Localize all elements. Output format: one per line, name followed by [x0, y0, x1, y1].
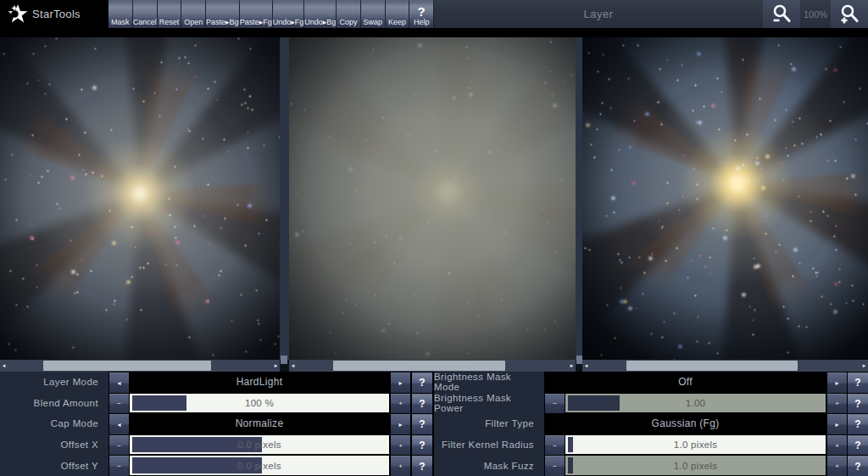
control-row-filter-kernel-radius: Filter Kernel Radius − 1.0 pixels + ?: [434, 434, 868, 456]
scroll-right-arrow-icon[interactable]: ▸: [568, 360, 576, 372]
blend-amount-plus-button[interactable]: +: [391, 394, 410, 414]
image-panels: [0, 37, 868, 360]
copy-button[interactable]: Copy: [337, 0, 361, 28]
offset-x-plus-button[interactable]: +: [391, 435, 410, 456]
paste-bg-button[interactable]: Paste▸Bg: [206, 0, 240, 28]
scroll-left-arrow-icon[interactable]: ◂: [582, 360, 590, 372]
cap-mode-help-button[interactable]: ?: [412, 414, 432, 434]
layer-mode-help-button[interactable]: ?: [412, 372, 432, 393]
startools-logo: StarTools: [0, 0, 108, 28]
controls-left-column: Layer Mode ◂ HardLight ▸ ? Blend Amount …: [0, 372, 432, 476]
help-icon: ?: [418, 6, 426, 18]
mask-fuzz-plus-button[interactable]: +: [827, 456, 847, 476]
top-bar: StarTools Mask Cancel Reset Open Paste▸B…: [0, 0, 868, 28]
module-title-bar: Layer 100%: [434, 0, 868, 28]
panel-header-strip: [0, 28, 868, 37]
slider-value: 0.0 pixels: [130, 456, 389, 475]
filter-kernel-radius-plus-button[interactable]: +: [827, 435, 847, 456]
parameter-controls: Layer Mode ◂ HardLight ▸ ? Blend Amount …: [0, 372, 868, 476]
star-logo-icon: [7, 3, 29, 25]
layer-mode-dropdown[interactable]: HardLight: [130, 373, 389, 391]
brightness-mask-power-help-button[interactable]: ?: [848, 394, 868, 414]
mask-fuzz-slider[interactable]: 1.0 pixels: [565, 456, 826, 475]
filter-kernel-radius-help-button[interactable]: ?: [848, 435, 868, 456]
blend-amount-slider[interactable]: 100 %: [130, 394, 389, 413]
haze-overlay: [289, 37, 576, 360]
brightness-mask-power-minus-button[interactable]: −: [545, 394, 565, 414]
brightness-mask-mode-dropdown[interactable]: Off: [545, 373, 826, 391]
zoom-out-icon: [771, 3, 793, 25]
slider-value: 0.0 pixels: [130, 435, 389, 455]
cap-mode-dropdown[interactable]: Normalize: [130, 415, 389, 433]
zoom-out-button[interactable]: [763, 0, 800, 28]
filter-type-help-button[interactable]: ?: [848, 414, 868, 434]
cap-mode-next-button[interactable]: ▸: [391, 414, 410, 434]
module-title: Layer: [434, 8, 763, 20]
brightness-mask-mode-help-button[interactable]: ?: [848, 372, 868, 393]
h-scrollbar-middle-panel[interactable]: ◂ ▸: [289, 360, 576, 372]
filter-type-next-button[interactable]: ▸: [827, 414, 847, 434]
blend-amount-label: Blend Amount: [0, 393, 108, 414]
open-button[interactable]: Open: [181, 0, 206, 28]
cancel-button[interactable]: Cancel: [133, 0, 158, 28]
image-panel-left[interactable]: [0, 37, 280, 360]
brightness-mask-mode-label: Brightness Mask Mode: [434, 372, 544, 393]
cap-mode-prev-button[interactable]: ◂: [109, 414, 129, 434]
help-button[interactable]: ? Help: [409, 0, 434, 28]
scroll-left-arrow-icon[interactable]: ◂: [289, 360, 297, 372]
slider-value: 1.00: [565, 394, 826, 413]
offset-x-slider[interactable]: 0.0 pixels: [130, 435, 389, 455]
slider-value: 1.0 pixels: [565, 435, 826, 455]
layer-mode-label: Layer Mode: [0, 372, 108, 393]
filter-type-dropdown[interactable]: Gaussian (Fg): [545, 415, 826, 433]
scroll-right-arrow-icon[interactable]: ▸: [860, 360, 868, 372]
offset-x-help-button[interactable]: ?: [412, 435, 432, 456]
galaxy-core: [610, 56, 865, 311]
h-scrollbar-right-panel[interactable]: ◂ ▸: [582, 360, 868, 372]
swap-button[interactable]: Swap: [361, 0, 386, 28]
offset-y-minus-button[interactable]: −: [109, 456, 129, 476]
reset-button[interactable]: Reset: [158, 0, 182, 28]
layer-mode-next-button[interactable]: ▸: [391, 372, 410, 393]
scroll-thumb[interactable]: [333, 361, 505, 371]
scroll-left-arrow-icon[interactable]: ◂: [0, 360, 8, 372]
zoom-in-button[interactable]: [831, 0, 868, 28]
mask-fuzz-label: Mask Fuzz: [434, 455, 544, 476]
image-panel-middle[interactable]: [289, 37, 576, 360]
image-panel-right[interactable]: [582, 37, 868, 360]
scroll-thumb[interactable]: [43, 361, 211, 371]
brightness-mask-mode-next-button[interactable]: ▸: [827, 372, 847, 393]
panel-divider: [576, 37, 582, 360]
control-row-brightness-mask-power: Brightness Mask Power − 1.00 + ?: [434, 393, 868, 414]
mask-button[interactable]: Mask: [108, 0, 133, 28]
undo-fg-button[interactable]: Undo▸Fg: [273, 0, 305, 28]
offset-x-minus-button[interactable]: −: [109, 435, 129, 456]
control-row-offset-y: Offset Y − 0.0 pixels + ?: [0, 455, 432, 476]
offset-y-plus-button[interactable]: +: [391, 456, 410, 476]
brightness-mask-power-plus-button[interactable]: +: [827, 394, 847, 414]
h-scrollbar-left-panel[interactable]: ◂ ▸: [0, 360, 280, 372]
brightness-mask-power-slider[interactable]: 1.00: [565, 394, 826, 413]
cap-mode-label: Cap Mode: [0, 413, 108, 434]
control-row-offset-x: Offset X − 0.0 pixels + ?: [0, 434, 432, 456]
scroll-right-arrow-icon[interactable]: ▸: [272, 360, 280, 372]
layer-mode-prev-button[interactable]: ◂: [109, 372, 129, 393]
control-row-filter-type: Filter Type Gaussian (Fg) ▸ ?: [434, 413, 868, 434]
keep-button[interactable]: Keep: [386, 0, 410, 28]
blend-amount-help-button[interactable]: ?: [412, 394, 432, 414]
mask-fuzz-minus-button[interactable]: −: [545, 456, 565, 476]
controls-right-column: Brightness Mask Mode Off ▸ ? Brightness …: [434, 372, 868, 476]
mask-fuzz-help-button[interactable]: ?: [848, 456, 868, 476]
slider-value: 1.0 pixels: [565, 456, 826, 475]
scroll-thumb[interactable]: [626, 361, 798, 371]
undo-bg-button[interactable]: Undo▸Bg: [304, 0, 337, 28]
control-row-brightness-mask-mode: Brightness Mask Mode Off ▸ ?: [434, 372, 868, 393]
filter-type-label: Filter Type: [434, 413, 544, 434]
offset-y-help-button[interactable]: ?: [412, 456, 432, 476]
filter-kernel-radius-slider[interactable]: 1.0 pixels: [565, 435, 826, 455]
filter-kernel-radius-minus-button[interactable]: −: [545, 435, 565, 456]
offset-y-slider[interactable]: 0.0 pixels: [130, 456, 389, 475]
control-row-cap-mode: Cap Mode ◂ Normalize ▸ ?: [0, 413, 432, 434]
paste-fg-button[interactable]: Paste▸Fg: [240, 0, 273, 28]
blend-amount-minus-button[interactable]: −: [109, 394, 129, 414]
